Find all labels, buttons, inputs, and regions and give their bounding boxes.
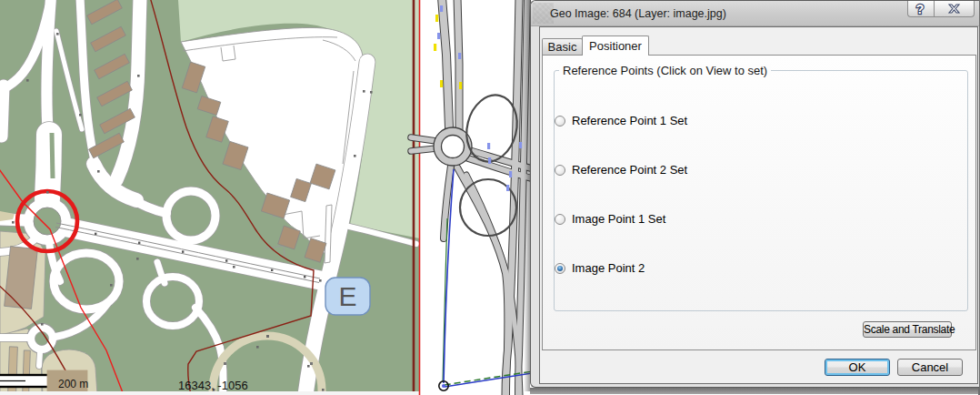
svg-text:16343, -1056: 16343, -1056 [178, 379, 248, 392]
svg-text:200 m: 200 m [58, 378, 88, 390]
svg-text:?: ? [916, 2, 925, 16]
svg-text:E: E [338, 281, 356, 311]
